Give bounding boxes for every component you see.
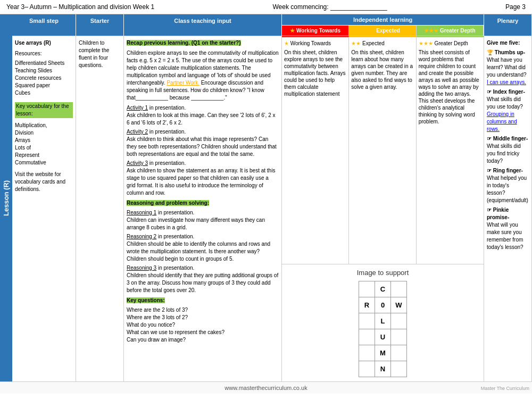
reasoning-highlight: Reasoning and problem solving:: [127, 200, 279, 207]
independent-columns: ★ Working Towards On this sheet, childre…: [282, 36, 484, 264]
activity3: Activity 3 in presentation.Ask children …: [127, 160, 279, 197]
logo-corner: Master The Curriculum: [481, 386, 529, 391]
teaching-para1: Children explore arrays to see the commu…: [127, 49, 279, 102]
plenary-cell: Give me five: 🏆 Thumbs up- What have you…: [484, 36, 532, 381]
index-section: ☞ Index finger- What skills did you use …: [487, 88, 529, 133]
key-questions-list: Where are the 2 lots of 3? Where are the…: [127, 306, 279, 344]
visit-text: Visit the website for vocabulary cards a…: [15, 171, 73, 193]
working-towards-text: On this sheet, children explore arrays t…: [284, 49, 346, 97]
lesson-sidebar: Lesson (R): [0, 14, 12, 381]
working-towards-header: ★ Working Towards: [282, 26, 349, 36]
key-questions-highlight: Key questions:: [127, 297, 279, 304]
col-header-plenary: Plenary: [484, 14, 532, 36]
teaching-cell: Recap previous learning. (Q1 on the star…: [124, 36, 282, 381]
col-header-starter: Starter: [76, 14, 124, 36]
content-area: Small step Starter Class teaching input …: [12, 14, 532, 381]
independent-sub-headers: ★ Working Towards ★★ Expected ★★★ Greate…: [282, 26, 484, 36]
col-header-teaching: Class teaching input: [124, 14, 282, 36]
image-support-section: Image to support C R 0 W: [282, 264, 484, 381]
reasoning2: Reasoning 2 in presentation.Children sho…: [127, 233, 279, 263]
main-container: Lesson (R) Small step Starter Class teac…: [0, 14, 532, 381]
recap-highlight: Recap previous learning. (Q1 on the star…: [127, 39, 279, 47]
week-commencing: Week commencing: ________________: [272, 3, 387, 11]
pinkie-section: ☞ Pinkie promise- What will you make sur…: [487, 206, 529, 251]
column-headers: Small step Starter Class teaching input …: [12, 14, 532, 36]
vocab-list: Multiplication, Division Arrays Lots of …: [15, 122, 73, 167]
key-vocab-section: Key vocabulary for the lesson:: [15, 102, 73, 120]
expected-text: On this sheet, children learn about how …: [351, 49, 413, 90]
reasoning1: Reasoning 1 in presentation.Children can…: [127, 209, 279, 231]
reasoning3: Reasoning 3 in presentation.Children sho…: [127, 264, 279, 294]
expected-col: ★★ Expected On this sheet, children lear…: [349, 36, 416, 264]
activity1: Activity 1 in presentation.Ask children …: [127, 104, 279, 127]
resources-label: Resources:: [15, 50, 73, 57]
expected-header: ★★ Expected: [349, 26, 416, 36]
starter-cell: Children to complete the fluent in four …: [76, 36, 124, 381]
thumbs-section: 🏆 Thumbs up- What have you learnt? What …: [487, 49, 529, 86]
greater-depth-text: This sheet consists of word problems tha…: [419, 49, 481, 125]
starter-text: Children to complete the fluent in four …: [79, 40, 109, 68]
col-header-independent: Independent learning ★ Working Towards ★…: [282, 14, 484, 36]
working-towards-col: ★ Working Towards On this sheet, childre…: [282, 36, 349, 264]
col-header-small-step: Small step: [12, 14, 76, 36]
greater-depth-header: ★★★ Greater Depth: [417, 26, 484, 36]
greater-depth-col: ★★★ Greater Depth This sheet consists of…: [417, 36, 484, 264]
page-title: Year 3– Autumn – Multiplication and divi…: [6, 3, 154, 11]
image-support-title: Image to support: [286, 269, 479, 277]
resources-list: Differentiated Sheets Teaching Slides Co…: [15, 60, 73, 97]
independent-label: Independent learning: [282, 14, 484, 26]
activity2: Activity 2 in presentation.Ask children …: [127, 128, 279, 158]
array-grid: C R 0 W L: [359, 281, 407, 377]
use-arrays-title: Use arrays (R): [15, 39, 73, 47]
middle-section: ☞ Middle finger- What skills did you fin…: [487, 135, 529, 165]
footer-website: www.masterthecurriculum.co.uk: [225, 385, 307, 391]
independent-cell: ★ Working Towards On this sheet, childre…: [282, 36, 484, 381]
page-number: Page 3: [505, 3, 526, 11]
page-footer: www.masterthecurriculum.co.uk: [0, 381, 532, 394]
body-row: Use arrays (R) Resources: Differentiated…: [12, 36, 532, 381]
key-vocab-label: Key vocabulary for the lesson:: [15, 102, 73, 118]
small-step-cell: Use arrays (R) Resources: Differentiated…: [12, 36, 76, 381]
ring-section: ☞ Ring finger- What helped you in today'…: [487, 167, 529, 204]
page-header: Year 3– Autumn – Multiplication and divi…: [0, 0, 532, 14]
plenary-title: Give me five:: [487, 39, 529, 47]
